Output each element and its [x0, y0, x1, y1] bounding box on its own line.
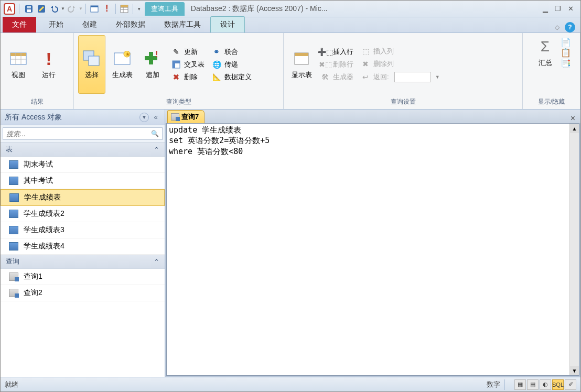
property-sheet-icon[interactable]: 📋: [561, 48, 571, 57]
sigma-icon: Σ: [536, 37, 555, 56]
minimize-button[interactable]: ▁: [541, 5, 550, 13]
design-view-button[interactable]: ✐: [565, 379, 576, 390]
tab-design[interactable]: 设计: [210, 16, 245, 32]
undo-dropdown-icon[interactable]: ▼: [61, 6, 65, 11]
return-dropdown: [394, 72, 431, 82]
nav-item-table[interactable]: 学生成绩表: [1, 189, 165, 206]
nav-item-query[interactable]: 查询2: [1, 285, 165, 301]
ribbon-tabs: 文件 开始 创建 外部数据 数据库工具 设计 ◇ ?: [1, 17, 580, 33]
nav-item-table[interactable]: 学生成绩表4: [1, 238, 165, 255]
document-body: update 学生成绩表 set 英语分数2=英语分数+5 where 英语分数…: [166, 123, 579, 376]
nav-group-queries[interactable]: 查询⌃: [1, 255, 165, 269]
params-icon[interactable]: 📄: [561, 37, 571, 47]
svg-text:!: !: [155, 51, 158, 59]
svg-rect-26: [173, 61, 175, 68]
tab-database-tools[interactable]: 数据库工具: [155, 17, 210, 32]
nav-collapse-icon[interactable]: «: [151, 113, 160, 122]
update-icon: ✎: [171, 47, 181, 57]
insert-rows-button[interactable]: ➕⬚插入行: [318, 46, 356, 58]
table-icon: [9, 177, 18, 185]
data-definition-icon: 📐: [212, 72, 221, 82]
app-icon: A: [4, 3, 15, 15]
undo-icon[interactable]: [48, 3, 60, 15]
vertical-scrollbar[interactable]: ▲ ▼: [569, 124, 579, 375]
scroll-down-icon[interactable]: ▼: [570, 366, 579, 375]
contextual-tab-label: 查询工具: [145, 2, 185, 16]
select-button[interactable]: 选择: [78, 35, 105, 94]
return-icon: ↩: [361, 72, 370, 82]
make-table-button[interactable]: ★ 生成表: [109, 35, 136, 94]
document-tab[interactable]: 查询7: [167, 110, 205, 123]
append-button[interactable]: ! 追加: [139, 35, 166, 94]
save-icon[interactable]: [23, 3, 35, 15]
qat-customize-icon[interactable]: ▾: [136, 6, 143, 12]
insert-columns-icon: ⬚: [361, 47, 370, 56]
form-icon[interactable]: [89, 3, 100, 15]
show-table-button[interactable]: 显示表: [288, 35, 315, 94]
document-area: 查询7 × update 学生成绩表 set 英语分数2=英语分数+5 wher…: [165, 110, 580, 377]
sql-editor[interactable]: update 学生成绩表 set 英语分数2=英语分数+5 where 英语分数…: [167, 124, 569, 375]
quick-access-toolbar: ▼ ▼ ! ▾: [21, 3, 145, 15]
nav-item-table[interactable]: 期末考试: [1, 157, 165, 173]
help-icon[interactable]: ?: [565, 22, 575, 32]
tab-file[interactable]: 文件: [3, 17, 36, 32]
window-controls: ▁ ❐ ✕: [535, 5, 580, 13]
group-show-hide-label: 显示/隐藏: [523, 96, 580, 109]
nav-item-table[interactable]: 其中考试: [1, 173, 165, 189]
group-query-setup-label: 查询设置: [284, 96, 522, 109]
collapse-icon: ⌃: [154, 258, 159, 266]
scroll-up-icon[interactable]: ▲: [570, 124, 579, 133]
tab-create[interactable]: 创建: [73, 17, 106, 32]
table-names-icon[interactable]: 📑: [561, 58, 571, 68]
pivot-chart-view-button[interactable]: ◐: [540, 379, 551, 390]
redo-dropdown-icon[interactable]: ▼: [79, 6, 83, 11]
builder-label: 生成器: [333, 72, 353, 82]
restore-button[interactable]: ❐: [553, 5, 563, 13]
delete-button[interactable]: ✖删除: [169, 71, 207, 83]
svg-rect-28: [295, 53, 308, 56]
scroll-track[interactable]: [570, 133, 579, 366]
passthrough-icon: 🌐: [212, 60, 221, 69]
search-input[interactable]: [6, 130, 151, 138]
status-mode: 数字: [487, 380, 500, 389]
pivot-table-view-button[interactable]: ▤: [527, 379, 539, 390]
group-results: 视图 ! 运行 结果: [1, 33, 74, 109]
nav-item-table[interactable]: 学生成绩表3: [1, 222, 165, 238]
delete-rows-icon: ✖⬚: [320, 60, 330, 69]
table-icon: [9, 242, 18, 251]
collapse-icon: ⌃: [154, 146, 159, 154]
view-button[interactable]: 视图: [5, 35, 32, 94]
tab-external-data[interactable]: 外部数据: [106, 17, 155, 32]
union-button[interactable]: ⚭联合: [210, 46, 254, 58]
nav-filter-dropdown-icon[interactable]: ▼: [139, 113, 149, 122]
ribbon-collapse-icon[interactable]: ◇: [552, 23, 562, 32]
save-as-icon[interactable]: [36, 3, 47, 15]
nav-group-tables[interactable]: 表⌃: [1, 143, 165, 157]
datasheet-icon[interactable]: [119, 3, 130, 15]
datasheet-view-button[interactable]: ▦: [514, 379, 526, 390]
document-close-button[interactable]: ×: [565, 114, 580, 123]
sql-view-button[interactable]: SQL: [552, 379, 564, 390]
crosstab-button[interactable]: 交叉表: [169, 59, 207, 70]
nav-item-table[interactable]: 学生成绩表2: [1, 206, 165, 222]
nav-header[interactable]: 所有 Access 对象 ▼ «: [1, 110, 165, 125]
run-button[interactable]: ! 运行: [35, 35, 62, 94]
tab-home[interactable]: 开始: [39, 17, 73, 32]
svg-rect-1: [27, 9, 31, 12]
nav-list[interactable]: 表⌃ 期末考试 其中考试 学生成绩表 学生成绩表2 学生成绩表3 学生成绩表4 …: [1, 143, 165, 377]
table-icon: [9, 226, 18, 234]
nav-search-box[interactable]: 🔍: [3, 127, 163, 140]
nav-group-tables-label: 表: [6, 145, 13, 154]
passthrough-button[interactable]: 🌐传递: [210, 59, 254, 70]
exclamation-icon[interactable]: !: [101, 3, 113, 15]
group-show-hide: Σ 汇总 📄 📋 📑 显示/隐藏: [523, 33, 580, 109]
close-button[interactable]: ✕: [566, 5, 575, 13]
window-title: Database2 : 数据库 (Access 2007) - Mic...: [191, 4, 535, 14]
data-definition-button[interactable]: 📐数据定义: [210, 71, 254, 83]
update-button[interactable]: ✎更新: [169, 46, 207, 58]
delete-label: 删除: [184, 72, 198, 82]
search-icon[interactable]: 🔍: [151, 130, 159, 137]
totals-button[interactable]: Σ 汇总: [533, 35, 558, 70]
nav-item-query[interactable]: 查询1: [1, 269, 165, 285]
redo-icon[interactable]: [66, 3, 78, 15]
